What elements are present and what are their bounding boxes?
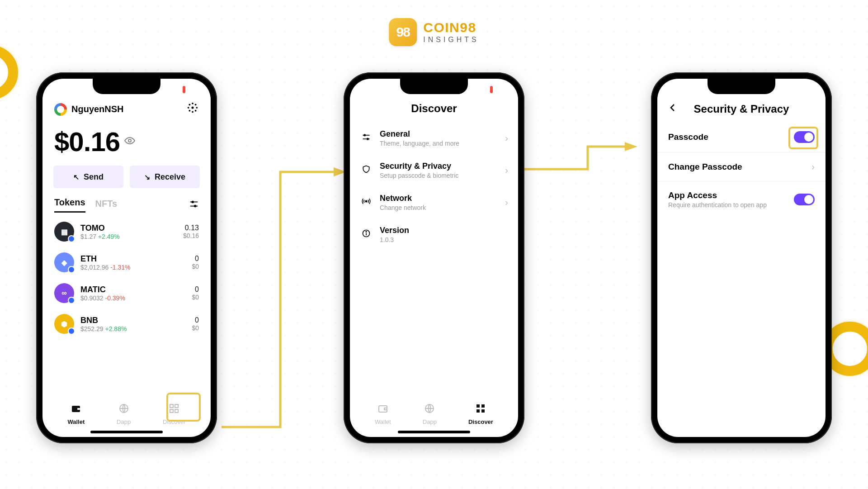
app-access-label: App Access <box>668 190 789 200</box>
svg-rect-31 <box>379 406 387 412</box>
receive-icon: ↘ <box>144 173 150 181</box>
phone-discover: Discover GeneralTheme, language, and mor… <box>344 72 524 443</box>
bottom-nav: Wallet Dapp Discover <box>42 399 211 429</box>
change-passcode-label: Change Passcode <box>668 162 807 172</box>
svg-point-11 <box>128 139 131 142</box>
info-icon <box>360 229 373 240</box>
token-symbol: BNB <box>80 316 185 325</box>
settings-icon[interactable] <box>186 101 199 117</box>
nav-dapp[interactable]: Dapp <box>423 403 437 425</box>
brand-logo-text: 98 <box>396 24 410 40</box>
wallet-icon <box>71 403 81 417</box>
chevron-right-icon: › <box>505 165 508 176</box>
token-usd: $0 <box>192 263 199 270</box>
bottom-nav: Wallet Dapp Discover <box>350 399 518 429</box>
menu-title: Network <box>380 194 498 203</box>
menu-version: Version1.0.3 <box>350 218 518 251</box>
chevron-right-icon: › <box>505 133 508 143</box>
token-change: -0.39% <box>105 294 125 302</box>
svg-rect-19 <box>170 404 173 408</box>
app-access-subtitle: Require authentication to open app <box>668 201 789 209</box>
svg-rect-21 <box>170 409 173 413</box>
token-change: -1.31% <box>110 264 130 271</box>
svg-point-9 <box>189 110 190 112</box>
token-qty: 0 <box>192 316 199 324</box>
svg-point-8 <box>195 104 197 105</box>
token-symbol: ETH <box>80 254 185 264</box>
nav-dapp-label: Dapp <box>423 418 437 425</box>
menu-title: Version <box>380 226 508 235</box>
menu-network[interactable]: NetworkChange network › <box>350 186 518 218</box>
menu-title: Security & Privacy <box>380 161 498 171</box>
app-access-toggle[interactable] <box>794 194 815 205</box>
nav-discover[interactable]: Discover <box>163 403 186 425</box>
page-title: Security & Privacy <box>667 103 816 115</box>
svg-point-27 <box>365 200 367 202</box>
row-app-access: App AccessRequire authentication to open… <box>657 181 826 218</box>
receive-label: Receive <box>155 172 185 182</box>
grid-icon <box>169 403 179 417</box>
token-symbol: MATIC <box>80 285 185 294</box>
nav-wallet-label: Wallet <box>375 418 391 425</box>
svg-point-24 <box>364 134 365 136</box>
brand-logo-icon: 98 <box>389 18 417 46</box>
token-price: $252.29 <box>80 325 104 332</box>
svg-rect-32 <box>384 408 387 410</box>
token-row[interactable]: ▦ TOMO $1.27 +2.49% 0.13$0.16 <box>52 216 202 247</box>
token-icon: ◆ <box>54 252 74 272</box>
phone-wallet: NguyenNSH $0.16 ↖ Send ↘ Receive <box>36 72 217 443</box>
nav-wallet[interactable]: Wallet <box>375 403 391 425</box>
globe-icon <box>424 403 435 417</box>
svg-point-6 <box>196 107 198 109</box>
nav-discover[interactable]: Discover <box>468 403 493 425</box>
svg-point-13 <box>192 201 193 203</box>
row-change-passcode[interactable]: Change Passcode › <box>657 152 826 181</box>
menu-subtitle: Change network <box>380 204 498 211</box>
home-indicator <box>90 431 163 433</box>
send-button[interactable]: ↖ Send <box>53 166 123 188</box>
token-row[interactable]: ∞ MATIC $0.9032 -0.39% 0$0 <box>52 278 202 309</box>
svg-rect-35 <box>481 404 485 408</box>
broadcast-icon <box>360 197 373 208</box>
grid-icon <box>475 403 486 417</box>
svg-rect-34 <box>476 404 480 408</box>
token-icon: ▦ <box>54 222 74 242</box>
svg-rect-20 <box>175 404 178 408</box>
tab-nfts[interactable]: NFTs <box>95 199 118 213</box>
svg-point-26 <box>367 138 368 140</box>
filter-icon[interactable] <box>189 199 199 211</box>
notch <box>400 79 468 94</box>
nav-wallet[interactable]: Wallet <box>67 403 85 425</box>
token-qty: 0 <box>192 285 199 294</box>
account-selector[interactable]: NguyenNSH <box>54 103 124 116</box>
nav-dapp-label: Dapp <box>117 418 131 425</box>
nav-wallet-label: Wallet <box>67 418 85 425</box>
token-symbol: TOMO <box>80 223 177 233</box>
token-icon: ⬢ <box>54 314 74 334</box>
balance-amount: $0.16 <box>54 126 120 157</box>
passcode-toggle[interactable] <box>794 131 815 143</box>
menu-title: General <box>380 129 498 139</box>
token-row[interactable]: ◆ ETH $2,012.96 -1.31% 0$0 <box>52 247 202 278</box>
brand-name: COIN98 <box>423 21 479 34</box>
token-change: +2.49% <box>98 233 120 240</box>
sliders-icon <box>360 133 373 144</box>
token-price: $2,012.96 <box>80 264 108 271</box>
receive-button[interactable]: ↘ Receive <box>130 166 200 188</box>
menu-general[interactable]: GeneralTheme, language, and more › <box>350 122 518 154</box>
token-usd: $0 <box>192 324 199 332</box>
brand-subtitle: INSIGHTS <box>423 36 479 43</box>
token-list: ▦ TOMO $1.27 +2.49% 0.13$0.16 ◆ ETH $2,0… <box>42 213 211 343</box>
nav-dapp[interactable]: Dapp <box>117 403 131 425</box>
phone-security: Security & Privacy Passcode Change Passc… <box>651 72 832 443</box>
token-row[interactable]: ⬢ BNB $252.29 +2.88% 0$0 <box>52 309 202 339</box>
tab-tokens[interactable]: Tokens <box>54 197 85 213</box>
menu-security[interactable]: Security & PrivacySetup passcode & biome… <box>350 154 518 186</box>
token-price: $1.27 <box>80 233 96 240</box>
svg-rect-17 <box>77 408 80 410</box>
home-indicator <box>398 431 470 433</box>
menu-subtitle: Setup passcode & biometric <box>380 172 498 179</box>
token-icon: ∞ <box>54 283 74 303</box>
nav-discover-label: Discover <box>468 418 493 425</box>
toggle-visibility-icon[interactable] <box>124 135 135 149</box>
